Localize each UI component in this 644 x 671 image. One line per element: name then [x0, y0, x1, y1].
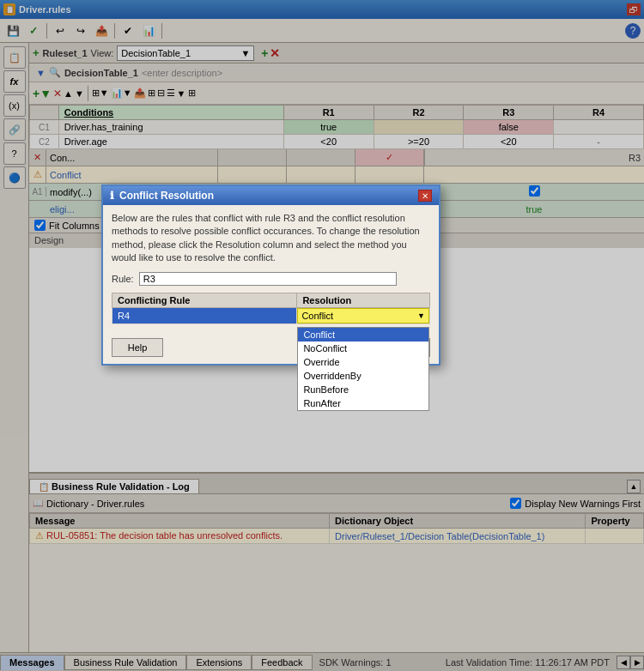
- conflict-description: Below are the rules that conflict with r…: [112, 212, 430, 265]
- dropdown-item-overriddenby[interactable]: OverriddenBy: [298, 369, 428, 383]
- col-conflicting-rule: Conflicting Rule: [112, 293, 297, 307]
- conflict-resolution-dialog: ℹ Conflict Resolution ✕ Below are the ru…: [101, 184, 440, 366]
- help-button-modal[interactable]: Help: [112, 338, 163, 357]
- dropdown-item-noconflict[interactable]: NoConflict: [298, 342, 428, 355]
- dropdown-item-conflict[interactable]: Conflict: [298, 328, 428, 342]
- dropdown-list[interactable]: Conflict NoConflict Override OverriddenB…: [297, 327, 429, 411]
- modal-footer-left: Help: [112, 338, 320, 357]
- modal-icon: ℹ: [110, 190, 114, 202]
- modal-body: Below are the rules that conflict with r…: [103, 205, 439, 333]
- rule-input[interactable]: [139, 272, 397, 286]
- modal-title-bar: ℹ Conflict Resolution ✕: [103, 186, 439, 205]
- dropdown-selected: Conflict: [301, 311, 333, 321]
- col-resolution: Resolution: [297, 293, 430, 307]
- dropdown-item-runafter[interactable]: RunAfter: [298, 396, 428, 410]
- dropdown-arrow-icon: ▼: [417, 311, 425, 320]
- conflict-table-row: R4 Conflict ▼ Conflict NoConflict: [112, 307, 430, 323]
- modal-overlay: ℹ Conflict Resolution ✕ Below are the ru…: [0, 0, 644, 671]
- modal-close-button[interactable]: ✕: [418, 190, 432, 202]
- dropdown-item-runbefore[interactable]: RunBefore: [298, 383, 428, 396]
- modal-title-text: Conflict Resolution: [119, 190, 214, 202]
- resolution-cell[interactable]: Conflict ▼ Conflict NoConflict Override …: [297, 307, 430, 323]
- conflicting-rule-cell: R4: [112, 307, 297, 323]
- rule-row: Rule:: [112, 272, 430, 286]
- conflict-table: Conflicting Rule Resolution R4 Conflict …: [112, 293, 430, 324]
- dropdown-item-override[interactable]: Override: [298, 355, 428, 369]
- rule-label: Rule:: [112, 274, 134, 284]
